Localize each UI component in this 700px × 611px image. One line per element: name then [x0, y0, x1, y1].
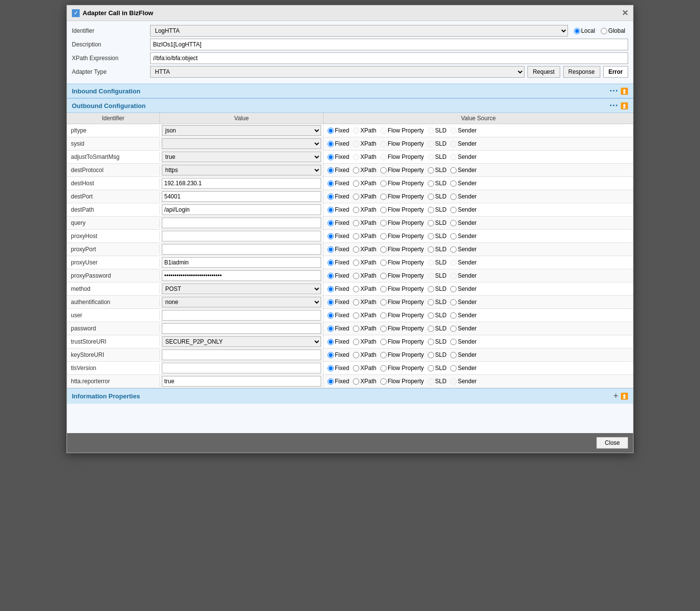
source-radio-fixed[interactable]	[328, 180, 334, 187]
source-option-xpath[interactable]: XPath	[353, 338, 376, 345]
row-value-input[interactable]	[162, 178, 321, 189]
source-option-sender[interactable]: Sender	[450, 233, 477, 240]
source-option-sld[interactable]: SLD	[428, 312, 446, 319]
source-radio-flow-property[interactable]	[380, 312, 387, 319]
row-value-input[interactable]	[162, 244, 321, 255]
source-option-xpath[interactable]: XPath	[353, 206, 376, 213]
source-radio-sld[interactable]	[428, 220, 434, 226]
local-radio-option[interactable]: Local	[574, 27, 595, 34]
outbound-dots-icon[interactable]: ···	[610, 101, 618, 110]
source-radio-fixed[interactable]	[328, 352, 334, 358]
source-radio-xpath[interactable]	[353, 194, 359, 200]
source-radio-xpath[interactable]	[353, 233, 359, 240]
source-option-flow-property[interactable]: Flow Property	[380, 285, 424, 292]
source-radio-sender[interactable]	[450, 365, 457, 371]
source-radio-flow-property[interactable]	[380, 326, 387, 332]
row-value-input[interactable]	[162, 191, 321, 202]
source-option-flow-property[interactable]: Flow Property	[380, 259, 424, 266]
source-option-flow-property[interactable]: Flow Property	[380, 193, 424, 200]
source-radio-sender[interactable]	[450, 180, 457, 187]
source-option-flow-property[interactable]: Flow Property	[380, 233, 424, 240]
source-radio-sender[interactable]	[450, 194, 457, 200]
source-option-fixed[interactable]: Fixed	[328, 140, 349, 147]
source-option-flow-property[interactable]: Flow Property	[380, 351, 424, 358]
source-radio-flow-property[interactable]	[380, 339, 387, 345]
source-option-xpath[interactable]: XPath	[353, 378, 376, 385]
source-radio-fixed[interactable]	[328, 246, 334, 253]
source-option-fixed[interactable]: Fixed	[328, 338, 349, 345]
source-radio-sld[interactable]	[428, 286, 434, 292]
source-option-flow-property[interactable]: Flow Property	[380, 206, 424, 213]
source-option-sender[interactable]: Sender	[450, 246, 477, 253]
source-option-sender[interactable]: Sender	[450, 325, 477, 332]
row-value-select[interactable]: true	[162, 152, 321, 162]
source-option-xpath[interactable]: XPath	[353, 259, 376, 266]
source-option-sld[interactable]: SLD	[428, 206, 446, 213]
source-option-sender[interactable]: Sender	[450, 338, 477, 345]
source-radio-xpath[interactable]	[353, 286, 359, 292]
source-option-xpath[interactable]: XPath	[353, 299, 376, 306]
source-radio-sender[interactable]	[450, 246, 457, 253]
source-radio-sender[interactable]	[450, 233, 457, 240]
source-radio-flow-property[interactable]	[380, 352, 387, 358]
row-value-password[interactable]	[162, 270, 321, 281]
source-option-sender[interactable]: Sender	[450, 312, 477, 319]
source-radio-sld[interactable]	[428, 339, 434, 345]
outbound-section-header[interactable]: Outbound Configuration ··· ⏫	[67, 98, 633, 113]
source-radio-xpath[interactable]	[353, 326, 359, 332]
global-radio[interactable]	[601, 28, 607, 34]
source-radio-xpath[interactable]	[353, 339, 359, 345]
source-radio-flow-property[interactable]	[380, 299, 387, 306]
global-radio-option[interactable]: Global	[601, 27, 625, 34]
source-option-flow-property[interactable]: Flow Property	[380, 312, 424, 319]
source-radio-xpath[interactable]	[353, 312, 359, 319]
source-radio-fixed[interactable]	[328, 207, 334, 213]
inbound-dots-icon[interactable]: ···	[610, 87, 618, 95]
source-radio-fixed[interactable]	[328, 378, 334, 385]
source-radio-sld[interactable]	[428, 352, 434, 358]
source-radio-xpath[interactable]	[353, 220, 359, 226]
source-option-sender[interactable]: Sender	[450, 193, 477, 200]
source-radio-xpath[interactable]	[353, 207, 359, 213]
source-option-fixed[interactable]: Fixed	[328, 127, 349, 134]
source-option-fixed[interactable]: Fixed	[328, 180, 349, 187]
source-radio-fixed[interactable]	[328, 286, 334, 292]
source-radio-flow-property[interactable]	[380, 194, 387, 200]
source-radio-sender[interactable]	[450, 339, 457, 345]
source-radio-fixed[interactable]	[328, 312, 334, 319]
source-option-sld[interactable]: SLD	[428, 338, 446, 345]
source-radio-sld[interactable]	[428, 233, 434, 240]
source-radio-sld[interactable]	[428, 299, 434, 306]
xpath-input[interactable]	[150, 52, 628, 64]
description-input[interactable]	[150, 39, 628, 50]
source-radio-xpath[interactable]	[353, 299, 359, 306]
source-option-flow-property[interactable]: Flow Property	[380, 246, 424, 253]
source-option-sld[interactable]: SLD	[428, 246, 446, 253]
source-option-sender[interactable]: Sender	[450, 351, 477, 358]
source-radio-flow-property[interactable]	[380, 260, 387, 266]
source-radio-sld[interactable]	[428, 312, 434, 319]
source-option-xpath[interactable]: XPath	[353, 246, 376, 253]
source-radio-fixed[interactable]	[328, 299, 334, 306]
source-option-fixed[interactable]: Fixed	[328, 259, 349, 266]
source-option-fixed[interactable]: Fixed	[328, 299, 349, 306]
row-value-select[interactable]: json	[162, 125, 321, 136]
request-tab-btn[interactable]: Request	[527, 66, 560, 78]
source-radio-sld[interactable]	[428, 167, 434, 174]
source-option-fixed[interactable]: Fixed	[328, 272, 349, 279]
source-option-sld[interactable]: SLD	[428, 219, 446, 226]
row-value-input[interactable]	[162, 218, 321, 228]
source-option-fixed[interactable]: Fixed	[328, 285, 349, 292]
source-radio-sld[interactable]	[428, 246, 434, 253]
source-radio-xpath[interactable]	[353, 260, 359, 266]
row-value-input[interactable]	[162, 349, 321, 360]
source-option-xpath[interactable]: XPath	[353, 219, 376, 226]
source-radio-flow-property[interactable]	[380, 273, 387, 279]
source-option-fixed[interactable]: Fixed	[328, 233, 349, 240]
row-value-input[interactable]	[162, 257, 321, 268]
source-radio-fixed[interactable]	[328, 220, 334, 226]
source-radio-xpath[interactable]	[353, 246, 359, 253]
row-value-select[interactable]: https	[162, 165, 321, 175]
source-option-sld[interactable]: SLD	[428, 325, 446, 332]
source-option-sender[interactable]: Sender	[450, 167, 477, 174]
